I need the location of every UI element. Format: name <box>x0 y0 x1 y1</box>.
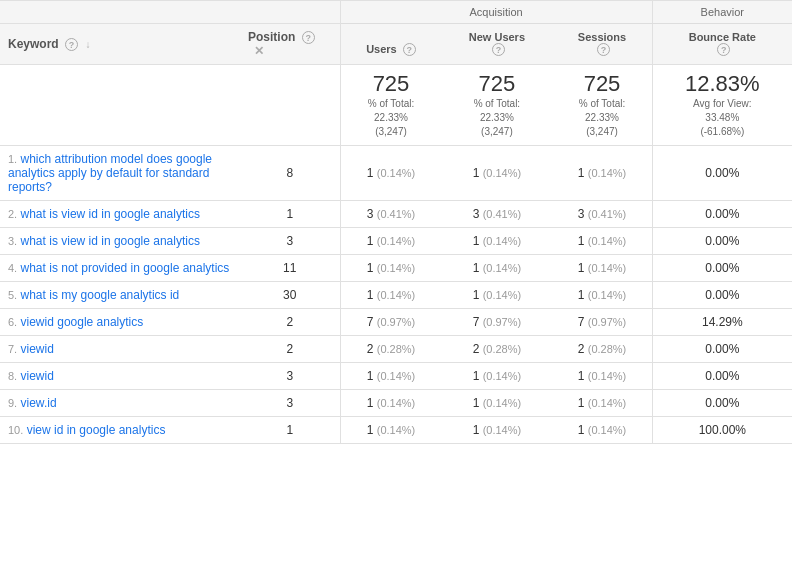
keyword-sort-icon[interactable]: ↓ <box>85 39 90 50</box>
analytics-table: Acquisition Behavior Keyword ? ↓ Positio… <box>0 0 792 444</box>
row-2-keyword-link[interactable]: what is view id in google analytics <box>21 207 200 221</box>
row-9-sessions-pct: (0.14%) <box>588 397 627 409</box>
row-9-newusers: 1 (0.14%) <box>441 390 552 417</box>
row-1-num: 1. <box>8 153 17 165</box>
keyword-info-icon[interactable]: ? <box>65 38 78 51</box>
summary-sessions-pct-label: % of Total: <box>579 98 626 109</box>
sessions-label: Sessions <box>578 31 626 43</box>
position-close-icon[interactable]: ✕ <box>254 44 264 58</box>
row-7-num: 7. <box>8 343 17 355</box>
row-6-newusers-pct: (0.97%) <box>483 316 522 328</box>
row-8-bouncerate: 0.00% <box>652 363 792 390</box>
newusers-info-icon[interactable]: ? <box>492 43 505 56</box>
row-6-newusers-val: 7 <box>473 315 480 329</box>
row-7-newusers-val: 2 <box>473 342 480 356</box>
row-2-newusers-pct: (0.41%) <box>483 208 522 220</box>
row-5-sessions-pct: (0.14%) <box>588 289 627 301</box>
position-info-icon[interactable]: ? <box>302 31 315 44</box>
row-9-bouncerate: 0.00% <box>652 390 792 417</box>
row-6-sessions-pct: (0.97%) <box>588 316 627 328</box>
row-1-position: 8 <box>240 146 340 201</box>
row-1-bouncerate: 0.00% <box>652 146 792 201</box>
users-info-icon[interactable]: ? <box>403 43 416 56</box>
row-2-users-val: 3 <box>367 207 374 221</box>
summary-newusers-cell: 725 % of Total: 22.33% (3,247) <box>441 65 552 146</box>
row-2-sessions-val: 3 <box>578 207 585 221</box>
row-4-keyword-link[interactable]: what is not provided in google analytics <box>21 261 230 275</box>
row-5-num: 5. <box>8 289 17 301</box>
table-row: 6. viewid google analytics 2 7 (0.97%) 7… <box>0 309 792 336</box>
summary-users-value: 725 <box>349 71 434 97</box>
row-10-newusers: 1 (0.14%) <box>441 417 552 444</box>
summary-newusers-value: 725 <box>449 71 544 97</box>
summary-bouncerate-cell: 12.83% Avg for View: 33.48% (-61.68%) <box>652 65 792 146</box>
row-1-sessions-pct: (0.14%) <box>588 167 627 179</box>
row-10-newusers-val: 1 <box>473 423 480 437</box>
bouncerate-info-icon[interactable]: ? <box>717 43 730 56</box>
row-9-users-val: 1 <box>367 396 374 410</box>
row-1-keyword-link[interactable]: which attribution model does google anal… <box>8 152 212 194</box>
row-3-sessions: 1 (0.14%) <box>552 228 652 255</box>
row-4-users: 1 (0.14%) <box>340 255 441 282</box>
row-2-bouncerate: 0.00% <box>652 201 792 228</box>
summary-newusers-total: (3,247) <box>481 126 513 137</box>
row-1-keyword-cell: 1. which attribution model does google a… <box>0 146 240 201</box>
row-6-sessions: 7 (0.97%) <box>552 309 652 336</box>
row-3-keyword-link[interactable]: what is view id in google analytics <box>21 234 200 248</box>
row-1-newusers: 1 (0.14%) <box>441 146 552 201</box>
row-3-users-val: 1 <box>367 234 374 248</box>
row-10-keyword-link[interactable]: view id in google analytics <box>27 423 166 437</box>
row-5-sessions: 1 (0.14%) <box>552 282 652 309</box>
row-1-users-pct: (0.14%) <box>377 167 416 179</box>
row-4-sessions: 1 (0.14%) <box>552 255 652 282</box>
row-6-users-pct: (0.97%) <box>377 316 416 328</box>
row-10-sessions-pct: (0.14%) <box>588 424 627 436</box>
row-5-newusers: 1 (0.14%) <box>441 282 552 309</box>
row-10-users-pct: (0.14%) <box>377 424 416 436</box>
row-10-sessions: 1 (0.14%) <box>552 417 652 444</box>
row-2-keyword-cell: 2. what is view id in google analytics <box>0 201 240 228</box>
users-column-header: Users ? <box>340 24 441 65</box>
summary-newusers-pct-label: % of Total: <box>474 98 521 109</box>
row-9-newusers-val: 1 <box>473 396 480 410</box>
row-4-users-pct: (0.14%) <box>377 262 416 274</box>
row-9-keyword-link[interactable]: view.id <box>21 396 57 410</box>
row-3-users-pct: (0.14%) <box>377 235 416 247</box>
row-6-users: 7 (0.97%) <box>340 309 441 336</box>
row-5-keyword-link[interactable]: what is my google analytics id <box>21 288 180 302</box>
row-7-position: 2 <box>240 336 340 363</box>
summary-bouncerate-avg: 33.48% <box>705 112 739 123</box>
row-10-users-val: 1 <box>367 423 374 437</box>
row-7-users-pct: (0.28%) <box>377 343 416 355</box>
table-row: 2. what is view id in google analytics 1… <box>0 201 792 228</box>
row-10-bouncerate: 100.00% <box>652 417 792 444</box>
row-8-keyword-link[interactable]: viewid <box>21 369 54 383</box>
row-8-sessions-val: 1 <box>578 369 585 383</box>
row-4-newusers: 1 (0.14%) <box>441 255 552 282</box>
sessions-info-icon[interactable]: ? <box>597 43 610 56</box>
row-10-num: 10. <box>8 424 23 436</box>
empty-header <box>0 1 340 24</box>
row-9-keyword-cell: 9. view.id <box>0 390 240 417</box>
row-1-users-val: 1 <box>367 166 374 180</box>
summary-bouncerate-diff: (-61.68%) <box>700 126 744 137</box>
row-7-keyword-link[interactable]: viewid <box>21 342 54 356</box>
row-9-num: 9. <box>8 397 17 409</box>
summary-sessions-value: 725 <box>560 71 643 97</box>
acquisition-header: Acquisition <box>340 1 652 24</box>
users-label: Users <box>366 43 397 55</box>
row-1-newusers-pct: (0.14%) <box>483 167 522 179</box>
row-4-bouncerate: 0.00% <box>652 255 792 282</box>
row-1-sessions: 1 (0.14%) <box>552 146 652 201</box>
row-6-num: 6. <box>8 316 17 328</box>
row-8-newusers-val: 1 <box>473 369 480 383</box>
summary-sessions-pct: 22.33% <box>585 112 619 123</box>
row-2-position: 1 <box>240 201 340 228</box>
row-5-position: 30 <box>240 282 340 309</box>
row-6-keyword-link[interactable]: viewid google analytics <box>21 315 144 329</box>
row-9-sessions-val: 1 <box>578 396 585 410</box>
summary-users-pct-label: % of Total: <box>368 98 415 109</box>
summary-row: 725 % of Total: 22.33% (3,247) 725 % of … <box>0 65 792 146</box>
row-8-keyword-cell: 8. viewid <box>0 363 240 390</box>
row-2-sessions: 3 (0.41%) <box>552 201 652 228</box>
